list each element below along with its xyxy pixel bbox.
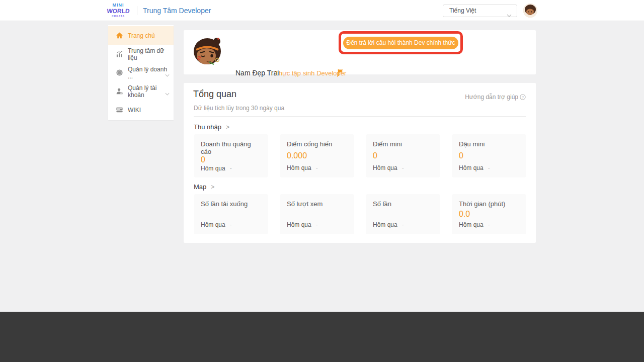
- sidebar-item-label: Trung tâm dữ liệu: [128, 47, 174, 61]
- chart-icon: [116, 50, 123, 58]
- chevron-down-icon: [507, 10, 512, 21]
- stat-card-time-minutes: Thời gian (phút) 0.0 Hôm qua-: [452, 194, 526, 234]
- logo-text-mini: MiNi: [105, 3, 132, 8]
- stat-card-mini-beans: Đậu mini 0 Hôm qua-: [452, 134, 526, 177]
- sidebar: Trang chủ Trung tâm dữ liệu Quản lý doan…: [108, 25, 174, 120]
- top-header: MiNi WORLD CREATA Trung Tâm Developer Ti…: [0, 0, 644, 21]
- sidebar-item-account[interactable]: Quản lý tài khoản: [108, 82, 174, 101]
- sidebar-item-label: Trang chủ: [128, 32, 155, 39]
- overview-divider: [194, 116, 526, 117]
- stat-card-contribution-points: Điểm cống hiến 0.000 Hôm qua-: [280, 134, 354, 177]
- profile-name: Nam Đẹp Trai: [235, 69, 279, 77]
- map-cards-row: Số lần tải xuống Hôm qua- Số lượt xem Hô…: [194, 194, 526, 234]
- user-avatar-image: [523, 4, 537, 18]
- sidebar-item-wiki[interactable]: WIKI: [108, 101, 174, 119]
- income-cards-row: Doanh thu quảng cáo 0 Hôm qua- Điểm cống…: [194, 134, 526, 177]
- help-icon: ?: [520, 94, 526, 100]
- overview-subtitle: Dữ liệu tích lũy trong 30 ngày qua: [194, 105, 284, 112]
- sidebar-item-label: WIKI: [128, 107, 141, 114]
- footer: Copyright 2015 - 2019 Mini World. All Ri…: [0, 312, 644, 362]
- arrow-right-icon: >: [211, 184, 214, 191]
- logo-text-creata: CREATA: [105, 15, 132, 18]
- section-link-map[interactable]: Map>: [194, 183, 214, 191]
- sidebar-item-revenue[interactable]: Quản lý doanh ...: [108, 63, 174, 82]
- stat-card-views: Số lượt xem Hôm qua-: [280, 194, 354, 234]
- stat-card-downloads: Số lần tải xuống Hôm qua-: [194, 194, 268, 234]
- flag-icon: [338, 69, 344, 78]
- sidebar-item-home[interactable]: Trang chủ: [108, 26, 174, 45]
- page-title: Trung Tâm Developer: [143, 0, 211, 21]
- profile-role: Thực tập sinh Developer: [275, 69, 346, 77]
- chevron-down-icon: [165, 90, 170, 97]
- chevron-down-icon: [165, 71, 170, 78]
- mini-world-logo[interactable]: MiNi WORLD CREATA: [105, 2, 132, 20]
- become-official-dev-button[interactable]: Đến trả lời câu hỏi thành Dev chính thức: [343, 37, 458, 49]
- home-icon: [116, 32, 123, 39]
- help-guide-link[interactable]: Hướng dẫn trợ giúp ?: [465, 94, 526, 101]
- language-select-value: Tiếng Việt: [449, 7, 476, 14]
- overview-title: Tổng quan: [193, 89, 236, 100]
- user-icon: [116, 87, 123, 95]
- section-link-income[interactable]: Thu nhập>: [194, 123, 229, 131]
- sidebar-item-data-center[interactable]: Trung tâm dữ liệu: [108, 45, 174, 63]
- user-avatar[interactable]: [523, 4, 537, 18]
- wiki-icon: [116, 106, 123, 114]
- svg-text:?: ?: [522, 95, 524, 100]
- header-divider: [137, 6, 137, 15]
- coin-icon: [116, 69, 123, 76]
- logo-text-world: WORLD: [104, 8, 132, 14]
- stat-card-ad-revenue: Doanh thu quảng cáo 0 Hôm qua-: [194, 134, 268, 177]
- overview-card: Tổng quan Hướng dẫn trợ giúp ? Dữ liệu t…: [184, 83, 536, 243]
- language-select[interactable]: Tiếng Việt: [443, 5, 517, 17]
- profile-card: Nam Đẹp Trai Thực tập sinh Developer Đến…: [184, 30, 536, 74]
- stat-card-times: Số lần Hôm qua-: [366, 194, 440, 234]
- stat-card-mini-points: Điểm mini 0 Hôm qua-: [366, 134, 440, 177]
- arrow-right-icon: >: [226, 124, 229, 131]
- profile-avatar: [190, 34, 226, 70]
